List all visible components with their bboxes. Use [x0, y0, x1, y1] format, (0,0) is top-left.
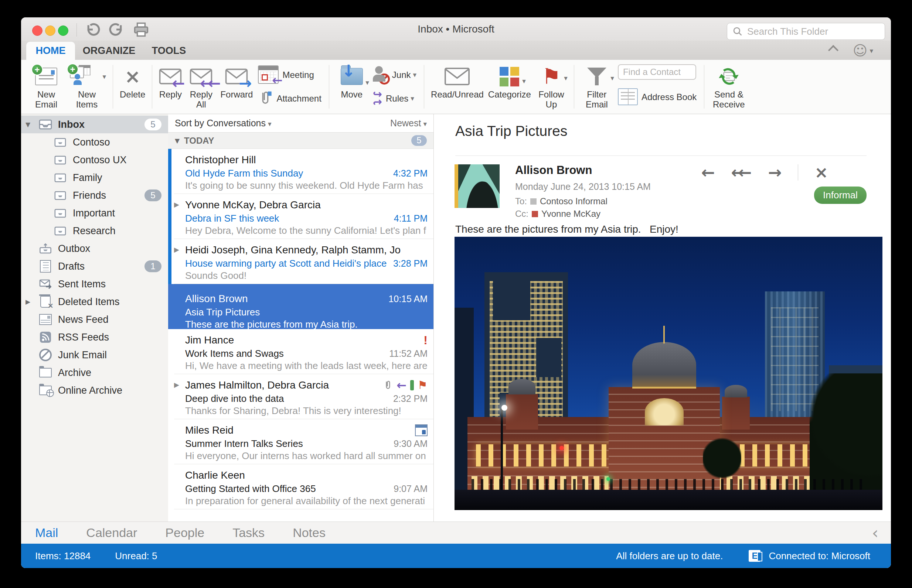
new-email-button[interactable]: + New Email [29, 64, 63, 109]
conversation-expand-icon[interactable]: ▶ [174, 381, 179, 389]
reply-all-button[interactable]: ←← Reply All [186, 64, 216, 109]
message-row[interactable]: Miles Reid Summer Intern Talks Series9:3… [168, 419, 433, 464]
deleted-items-icon: × [38, 295, 53, 309]
sidebar-item-archive[interactable]: Archive [21, 364, 168, 381]
conversation-expand-icon[interactable]: ▶ [174, 200, 179, 208]
sidebar-item-outbox[interactable]: Outbox [21, 240, 168, 257]
message-row[interactable]: Christopher Hill Old Hyde Farm this Sund… [168, 149, 433, 194]
message-row[interactable]: Jim Hance! Work Items and Swags11:52 AM … [168, 329, 433, 374]
forward-icon[interactable]: → [768, 164, 781, 181]
send-receive-button[interactable]: Send & Receive [711, 64, 747, 109]
sort-order-dropdown[interactable]: Newest▾ [390, 118, 427, 129]
ribbon: + New Email + ▾ New Items × Delete ← Rep… [21, 60, 891, 114]
tab-home[interactable]: HOME [26, 42, 75, 60]
move-down-arrow-icon: ↓ [342, 61, 356, 80]
rules-button[interactable]: ↪↪ Rules▾ [373, 88, 416, 108]
sidebar-item-contoso-ux[interactable]: Contoso UX [21, 151, 168, 169]
delete-message-icon[interactable]: × [815, 164, 828, 181]
module-nav: Mail Calendar People Tasks Notes ‹ [21, 522, 891, 544]
follow-up-button[interactable]: ⚑ ▾ Follow Up [535, 64, 567, 109]
message-list-sortbar: Sort by Conversations▾ Newest▾ [168, 114, 433, 132]
filter-email-button[interactable]: ▾ Filter Email [581, 64, 613, 109]
address-book-icon [618, 88, 638, 105]
attachment-button[interactable]: Attachment [258, 88, 321, 108]
close-window-button[interactable] [32, 26, 42, 36]
sort-by-dropdown[interactable]: Sort by Conversations▾ [175, 118, 272, 129]
sidebar-item-online-archive[interactable]: Online Archive [21, 381, 168, 399]
nav-people[interactable]: People [165, 526, 204, 540]
reply-button[interactable]: ← Reply [159, 64, 182, 99]
print-icon[interactable] [133, 23, 150, 39]
category-badge[interactable]: Informal [814, 187, 867, 204]
folder-search-field[interactable] [727, 23, 885, 40]
to-line: To: Contoso Informal [515, 196, 608, 207]
delete-x-icon: × [125, 67, 141, 86]
read-unread-button[interactable]: Read/Unread [431, 64, 484, 99]
find-contact-field[interactable] [618, 64, 696, 80]
icon-divider [798, 164, 798, 181]
address-book-button[interactable]: Address Book [618, 88, 697, 106]
sidebar-item-drafts[interactable]: Drafts 1 [21, 257, 168, 275]
sidebar-item-friends[interactable]: Friends 5 [21, 187, 168, 204]
redo-icon[interactable] [108, 23, 125, 38]
nav-tasks[interactable]: Tasks [233, 526, 265, 540]
folder-tray-icon [53, 136, 68, 149]
meeting-button[interactable]: ← Meeting [258, 64, 321, 85]
group-collapse-icon[interactable]: ▼ [175, 137, 179, 144]
search-input[interactable] [747, 26, 880, 38]
move-button[interactable]: ↓ ▾ Move [336, 64, 368, 99]
delete-button[interactable]: × Delete [120, 64, 145, 99]
group-header-today[interactable]: ▼ TODAY 5 [168, 132, 433, 149]
unread-badge: 5 [144, 119, 162, 130]
tab-tools[interactable]: TOOLS [151, 42, 187, 60]
sidebar-item-sent-items[interactable]: Sent Items [21, 275, 168, 293]
sidebar-item-junk-email[interactable]: Junk Email [21, 346, 168, 364]
sidebar-item-rss-feeds[interactable]: RSS Feeds [21, 328, 168, 346]
reply-icon[interactable]: ← [701, 164, 715, 181]
sidebar-item-family[interactable]: Family [21, 169, 168, 187]
new-items-person-icon [74, 74, 82, 85]
zoom-window-button[interactable] [58, 26, 68, 36]
forward-button[interactable]: → Forward [220, 64, 253, 99]
nav-calendar[interactable]: Calendar [86, 526, 137, 540]
message-row[interactable]: ▶ Heidi Joseph, Gina Kennedy, Ralph Stam… [168, 239, 433, 284]
folder-tray-icon [53, 153, 68, 166]
news-feed-icon [38, 313, 53, 326]
find-contact-input[interactable] [622, 66, 692, 78]
disclosure-right-icon[interactable]: ▶ [26, 298, 30, 305]
collapse-ribbon-button[interactable] [830, 44, 837, 54]
sidebar-item-important[interactable]: Important [21, 204, 168, 222]
items-count: Items: 12884 [35, 550, 91, 562]
new-items-button[interactable]: + ▾ New Items [68, 64, 106, 109]
prohibition-icon [379, 73, 390, 85]
attachment-icon [383, 379, 393, 391]
sidebar-item-news-feed[interactable]: News Feed [21, 311, 168, 328]
nav-mail[interactable]: Mail [35, 526, 58, 540]
minimize-window-button[interactable] [45, 26, 55, 36]
disclosure-down-icon[interactable]: ▼ [26, 121, 30, 128]
send-receive-arrows-icon [718, 66, 740, 87]
message-row[interactable]: Charlie Keen Getting Started with Office… [168, 464, 433, 509]
categorize-button[interactable]: ▾ Categorize [488, 64, 531, 99]
search-icon [733, 26, 743, 37]
feedback-smiley-button[interactable]: ☺▾ [853, 44, 873, 58]
desktop: Inbox • Microsoft HOME ORGANIZE TOOLS ☺▾ [0, 0, 912, 588]
junk-button[interactable]: Junk▾ [373, 64, 416, 85]
conversation-expand-icon[interactable]: ▶ [174, 246, 179, 254]
group-count-badge: 5 [411, 135, 427, 146]
message-row-selected[interactable]: Allison Brown10:15 AM Asia Trip Pictures… [168, 284, 433, 329]
collapse-panel-chevron[interactable]: ‹ [872, 525, 878, 541]
message-row[interactable]: ▶ James Halmilton, Debra Garcia ← ⚑ Deep… [168, 374, 433, 419]
reply-all-icon[interactable]: ←← [731, 164, 752, 181]
nav-notes[interactable]: Notes [293, 526, 325, 540]
sidebar-item-contoso[interactable]: Contoso [21, 133, 168, 151]
connection-status: Connected to: Microsoft [769, 550, 870, 562]
sidebar-item-deleted-items[interactable]: ▶ × Deleted Items [21, 293, 168, 311]
message-row[interactable]: ▶ Yvonne McKay, Debra Garcia Debra in SF… [168, 194, 433, 239]
tab-organize[interactable]: ORGANIZE [83, 42, 135, 60]
sidebar-item-inbox[interactable]: ▼ Inbox 5 [21, 116, 168, 133]
undo-icon[interactable] [85, 23, 101, 38]
sender-avatar[interactable] [458, 164, 500, 208]
sidebar-item-research[interactable]: Research [21, 222, 168, 240]
reply-all-arrows-icon: ←← [200, 74, 215, 92]
